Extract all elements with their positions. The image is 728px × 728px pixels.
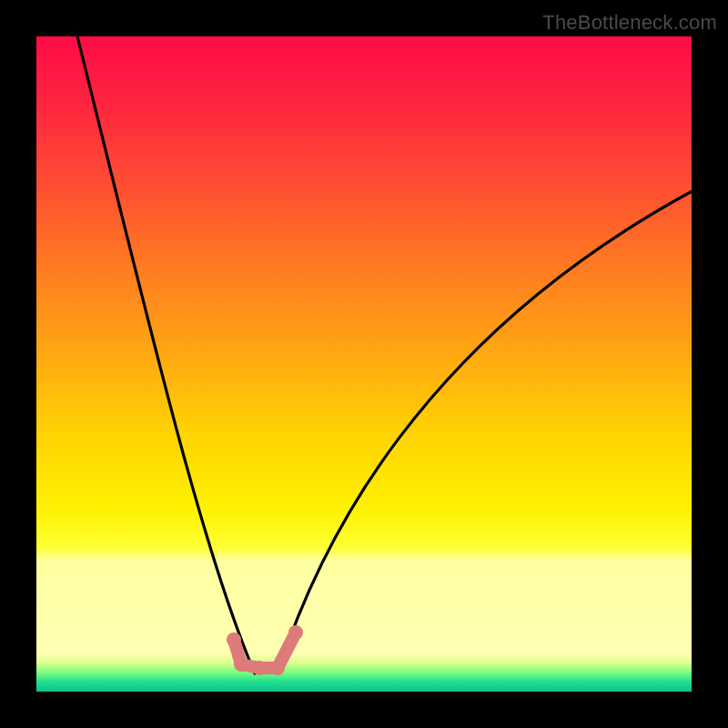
data-point-1	[234, 657, 248, 672]
watermark-text: TheBottleneck.com	[542, 11, 717, 35]
bottleneck-curve	[36, 36, 692, 692]
data-point-3	[270, 661, 285, 675]
plot-area	[36, 36, 692, 692]
data-point-2	[252, 661, 267, 675]
chart-frame: TheBottleneck.com	[0, 0, 728, 728]
data-point-4	[288, 625, 303, 640]
data-point-0	[227, 632, 241, 647]
